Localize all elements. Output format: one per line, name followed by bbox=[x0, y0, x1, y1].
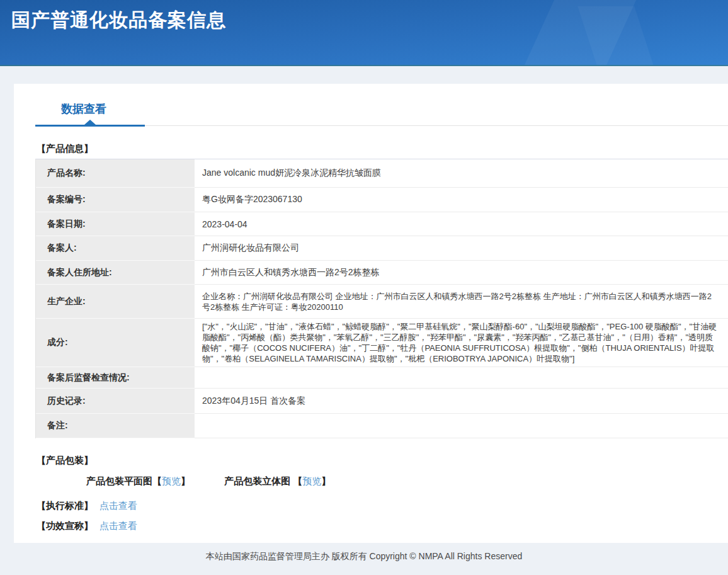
table-row-supervision: 备案后监督检查情况: bbox=[36, 367, 728, 389]
standards-label: 【执行标准】 bbox=[37, 500, 93, 511]
packaging-flat-item: 产品包装平面图【预览】 bbox=[86, 475, 190, 487]
bracket-open: 【 bbox=[152, 475, 162, 486]
standards-section: 【执行标准】点击查看 bbox=[37, 500, 728, 512]
row-label: 备案编号: bbox=[36, 188, 195, 212]
row-label: 备案后监督检查情况: bbox=[36, 367, 195, 389]
row-value: 企业名称：广州润研化妆品有限公司 企业地址：广州市白云区人和镇秀水塘西一路2号2… bbox=[195, 285, 728, 319]
row-value: 广州市白云区人和镇秀水塘西一路2号2栋整栋 bbox=[195, 261, 728, 285]
row-label: 备案日期: bbox=[36, 212, 195, 236]
table-row-remarks: 备注: bbox=[36, 414, 728, 438]
tab-bar: 数据查看 bbox=[14, 84, 728, 127]
tab-active-arrow-icon bbox=[84, 120, 96, 125]
packaging-flat-label: 产品包装平面图 bbox=[86, 475, 152, 486]
content-card: 数据查看 【产品信息】 产品名称: Jane volcanic mud妍泥冷泉冰… bbox=[14, 84, 728, 543]
packaging-stereo-preview-link[interactable]: 预览 bbox=[302, 475, 321, 486]
table-row-history: 历史记录: 2023年04月15日 首次备案 bbox=[36, 389, 728, 414]
standards-view-link[interactable]: 点击查看 bbox=[100, 500, 137, 511]
table-row-product-name: 产品名称: Jane volcanic mud妍泥冷泉冰泥精华抗皱面膜 bbox=[36, 159, 728, 188]
packaging-stereo-item: 产品包装立体图 【预览】 bbox=[224, 475, 331, 487]
table-row-registration-number: 备案编号: 粤G妆网备字2023067130 bbox=[36, 188, 728, 212]
page-header: 国产普通化妆品备案信息 bbox=[0, 0, 728, 66]
product-info-table: 产品名称: Jane volcanic mud妍泥冷泉冰泥精华抗皱面膜 备案编号… bbox=[35, 159, 728, 438]
main-content: 【产品信息】 产品名称: Jane volcanic mud妍泥冷泉冰泥精华抗皱… bbox=[14, 143, 728, 532]
row-label: 备案人: bbox=[36, 236, 195, 261]
tab-data-view[interactable]: 数据查看 bbox=[61, 101, 106, 117]
product-info-section-title: 【产品信息】 bbox=[37, 143, 728, 155]
table-row-ingredients: 成分: ["水"，"火山泥"，"甘油"，"液体石蜡"，"鲸蜡硬脂醇"，"聚二甲基… bbox=[36, 319, 728, 367]
row-value: Jane volcanic mud妍泥冷泉冰泥精华抗皱面膜 bbox=[195, 159, 728, 188]
page-footer: 本站由国家药品监督管理局主办 版权所有 Copyright © NMPA All… bbox=[0, 543, 728, 575]
packaging-row: 产品包装平面图【预览】 产品包装立体图 【预览】 bbox=[86, 475, 728, 487]
table-row-manufacturer: 生产企业: 企业名称：广州润研化妆品有限公司 企业地址：广州市白云区人和镇秀水塘… bbox=[36, 285, 728, 319]
bracket-open: 【 bbox=[293, 475, 302, 486]
table-row-registrant-address: 备案人住所地址: 广州市白云区人和镇秀水塘西一路2号2栋整栋 bbox=[36, 261, 728, 285]
efficacy-view-link[interactable]: 点击查看 bbox=[100, 520, 137, 531]
tab-divider-line bbox=[145, 125, 728, 126]
bracket-close: 】 bbox=[321, 475, 331, 486]
efficacy-section: 【功效宣称】点击查看 bbox=[37, 520, 728, 532]
row-label: 产品名称: bbox=[36, 159, 195, 188]
row-value bbox=[195, 414, 728, 438]
tab-active-underline bbox=[35, 125, 145, 127]
bracket-close: 】 bbox=[181, 475, 190, 486]
row-value: 广州润研化妆品有限公司 bbox=[195, 236, 728, 261]
row-label: 历史记录: bbox=[36, 389, 195, 414]
row-value: 粤G妆网备字2023067130 bbox=[195, 188, 728, 212]
row-label: 备案人住所地址: bbox=[36, 261, 195, 285]
row-value bbox=[195, 367, 728, 389]
row-value: 2023-04-04 bbox=[195, 212, 728, 236]
table-row-registration-date: 备案日期: 2023-04-04 bbox=[36, 212, 728, 236]
table-row-registrant: 备案人: 广州润研化妆品有限公司 bbox=[36, 236, 728, 261]
row-label: 成分: bbox=[36, 319, 195, 367]
copyright-text: 本站由国家药品监督管理局主办 版权所有 Copyright © NMPA All… bbox=[206, 551, 522, 561]
packaging-stereo-label: 产品包装立体图 bbox=[224, 475, 293, 486]
row-value: 2023年04月15日 首次备案 bbox=[195, 389, 728, 414]
efficacy-label: 【功效宣称】 bbox=[37, 520, 93, 531]
row-label: 生产企业: bbox=[36, 285, 195, 319]
row-value: ["水"，"火山泥"，"甘油"，"液体石蜡"，"鲸蜡硬脂醇"，"聚二甲基硅氧烷"… bbox=[195, 319, 728, 367]
row-label: 备注: bbox=[36, 414, 195, 438]
packaging-section-title: 【产品包装】 bbox=[37, 455, 728, 467]
packaging-flat-preview-link[interactable]: 预览 bbox=[162, 475, 181, 486]
